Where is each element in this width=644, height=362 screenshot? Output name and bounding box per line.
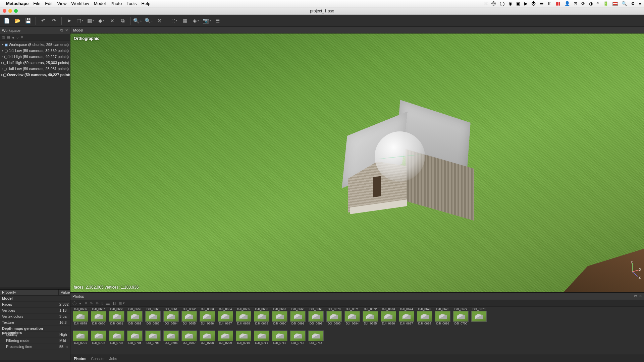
photo-thumbnail[interactable]: DJI_0708 <box>199 327 215 345</box>
tab-jobs[interactable]: Jobs <box>109 357 117 361</box>
chunk-item[interactable]: ▸▢1:1 Low (59 cameras, 39,889 points) <box>0 48 70 54</box>
zoom-in-button[interactable]: 🔍+ <box>133 16 143 25</box>
tray-icon[interactable]: ⊡ <box>574 1 577 6</box>
redo-button[interactable]: ↷ <box>49 16 59 25</box>
zoom-out-button[interactable]: 🔍- <box>144 16 153 25</box>
photo-thumbnail[interactable]: DJI_0701 <box>72 327 89 345</box>
photo-thumbnail[interactable]: DJI_0657DJI_0680 <box>91 307 107 325</box>
photo-thumbnail[interactable]: DJI_0668DJI_0691 <box>290 307 306 325</box>
window-close-button[interactable] <box>3 9 6 13</box>
move-region-tool[interactable]: ▦ <box>86 16 95 25</box>
menu-help[interactable]: Help <box>142 1 151 6</box>
save-button[interactable]: 💾 <box>23 16 33 25</box>
photo-tool-icon[interactable]: ✕ <box>84 301 87 305</box>
photo-thumbnails[interactable]: DJI_0656DJI_0679DJI_0657DJI_0680DJI_0658… <box>70 307 644 355</box>
navigate-tool[interactable]: ➤ <box>64 16 74 25</box>
photo-thumbnail[interactable]: DJI_0661DJI_0684 <box>163 307 179 325</box>
tray-icon[interactable]: ▮▮ <box>556 1 560 6</box>
photo-tool-icon[interactable]: ◧ <box>112 301 116 305</box>
crop-selection-button[interactable]: ⧉ <box>118 16 127 25</box>
photo-tool-icon[interactable]: ▬ <box>106 301 110 305</box>
model-viewport[interactable]: Orthographic faces: 2,362,005 vertices: … <box>70 34 644 292</box>
rotate-region-tool[interactable]: ◆ <box>97 16 106 25</box>
ws-enable-icon[interactable]: ● <box>12 36 14 40</box>
photo-thumbnail[interactable]: DJI_0713 <box>290 327 306 345</box>
panel-dock-icon[interactable]: ⧉ <box>634 294 637 298</box>
tray-control-center-icon[interactable]: ⚙ <box>631 1 635 6</box>
viewport-tab-model[interactable]: Model <box>73 28 83 32</box>
delete-selection-button[interactable]: ✕ <box>107 16 117 25</box>
new-button[interactable]: 📄 <box>2 16 11 25</box>
menu-photo[interactable]: Photo <box>110 1 122 6</box>
menu-file[interactable]: File <box>33 1 40 6</box>
photo-thumbnail[interactable]: DJI_0702 <box>91 327 107 345</box>
photo-thumbnail[interactable]: DJI_0662DJI_0685 <box>181 307 197 325</box>
photo-tool-icon[interactable]: ◯ <box>72 301 76 305</box>
axis-gizmo[interactable]: Y X Z <box>625 262 640 277</box>
photo-tool-icon[interactable]: ⇅ <box>96 301 99 305</box>
ws-add-chunk-icon[interactable]: ▥ <box>1 35 5 40</box>
photo-thumbnail[interactable]: DJI_0664DJI_0687 <box>217 307 233 325</box>
panel-dock-icon[interactable]: ⧉ <box>60 28 63 33</box>
photo-thumbnail[interactable]: DJI_0709 <box>217 327 233 345</box>
menu-tools[interactable]: Tools <box>126 1 137 6</box>
photo-thumbnail[interactable]: DJI_0659DJI_0682 <box>127 307 143 325</box>
tray-icon[interactable]: ⌘ <box>483 1 488 6</box>
workspace-tree[interactable]: ▾ ▣ Workspace (5 chunks, 295 cameras) ▸▢… <box>0 41 70 78</box>
tray-icon[interactable]: ◑ <box>589 1 593 6</box>
photo-thumbnail[interactable]: DJI_0674DJI_0697 <box>398 307 415 325</box>
menu-view[interactable]: View <box>57 1 67 6</box>
perspective-button[interactable]: ☰ <box>213 16 222 25</box>
tray-icon[interactable]: ▣ <box>516 1 520 6</box>
show-grid-button[interactable]: ▦ <box>180 16 190 25</box>
tray-icon[interactable]: ◉ <box>508 1 512 6</box>
tray-flag-icon[interactable] <box>612 2 618 6</box>
tray-icon[interactable]: ▶ <box>524 1 528 6</box>
show-cameras-button[interactable]: ⸬ <box>170 16 179 25</box>
photo-thumbnail[interactable]: DJI_0658DJI_0681 <box>109 307 125 325</box>
ws-add-photos-icon[interactable]: ▤ <box>7 35 10 40</box>
menu-model[interactable]: Model <box>94 1 106 6</box>
menu-edit[interactable]: Edit <box>45 1 52 6</box>
panel-close-icon[interactable]: ✕ <box>65 28 68 33</box>
photo-thumbnail[interactable]: DJI_0670DJI_0693 <box>326 307 342 325</box>
window-minimize-button[interactable] <box>8 9 12 13</box>
photo-thumbnail[interactable]: DJI_0678 <box>471 307 487 325</box>
photo-thumbnail[interactable]: DJI_0712 <box>272 327 288 345</box>
model-mesh[interactable] <box>334 111 479 212</box>
photo-thumbnail[interactable]: DJI_0672DJI_0695 <box>362 307 378 325</box>
photo-thumbnail[interactable]: DJI_0703 <box>109 327 125 345</box>
photo-thumbnail[interactable]: DJI_0666DJI_0689 <box>254 307 270 325</box>
photo-thumbnail[interactable]: DJI_0656DJI_0679 <box>72 307 89 325</box>
tray-battery-icon[interactable]: 🔋 <box>603 1 608 6</box>
photo-tool-icon[interactable]: ● <box>79 301 82 305</box>
photo-thumbnail[interactable]: DJI_0706 <box>163 327 179 345</box>
photo-thumbnail[interactable]: DJI_0663DJI_0686 <box>199 307 215 325</box>
photo-thumbnail[interactable]: DJI_0677DJI_0700 <box>453 307 469 325</box>
tray-wifi-icon[interactable]: ⌔ <box>596 1 599 6</box>
tree-root[interactable]: ▾ ▣ Workspace (5 chunks, 295 cameras) <box>0 42 70 48</box>
sidebar-splitter[interactable] <box>0 360 70 362</box>
photo-thumbnail[interactable]: DJI_0704 <box>127 327 143 345</box>
photo-thumbnail[interactable]: DJI_0673DJI_0696 <box>380 307 396 325</box>
photo-thumbnail[interactable]: DJI_0665DJI_0688 <box>235 307 252 325</box>
photo-thumbnail[interactable]: DJI_0675DJI_0698 <box>417 307 433 325</box>
app-name[interactable]: Metashape <box>6 1 29 6</box>
photo-thumbnail[interactable]: DJI_0707 <box>181 327 197 345</box>
photo-thumbnail[interactable]: DJI_0714 <box>308 327 324 345</box>
expand-icon[interactable]: ▸ <box>1 55 4 58</box>
expand-icon[interactable]: ▾ <box>1 43 4 46</box>
photo-tool-icon[interactable]: ⇅ <box>90 301 93 305</box>
tray-icon[interactable]: 👤 <box>565 1 570 6</box>
tray-icon[interactable]: ⟳ <box>581 1 585 6</box>
ws-disable-icon[interactable]: ○ <box>16 36 19 40</box>
window-maximize-button[interactable] <box>14 9 18 13</box>
photo-thumbnail[interactable]: DJI_0711 <box>254 327 270 345</box>
photo-thumbnail[interactable]: DJI_0660DJI_0683 <box>145 307 161 325</box>
rect-select-tool[interactable]: ⬚ <box>75 16 85 25</box>
tray-icon[interactable]: ⓦ <box>491 1 496 6</box>
tray-icon[interactable]: 🗓 <box>548 1 552 6</box>
tab-photos[interactable]: Photos <box>74 357 86 361</box>
undo-button[interactable]: ↶ <box>39 16 48 25</box>
tray-icon[interactable]: ☰ <box>540 1 544 6</box>
